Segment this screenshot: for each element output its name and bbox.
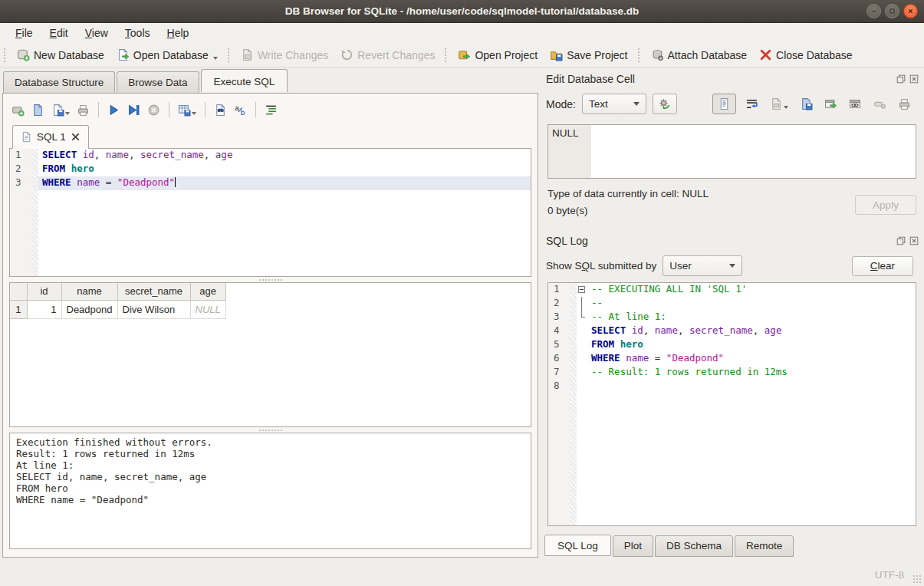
- menu-help[interactable]: Help: [159, 25, 197, 41]
- new-sql-tab-button[interactable]: [9, 101, 27, 119]
- set-null-icon: [873, 97, 886, 110]
- print-cell-button[interactable]: [896, 95, 913, 113]
- row-header[interactable]: 1: [10, 300, 27, 318]
- float-panel-icon[interactable]: [896, 74, 906, 84]
- column-header-secret_name[interactable]: secret_name: [117, 283, 190, 300]
- close-database-button[interactable]: Close Database: [753, 46, 859, 64]
- column-header-id[interactable]: id: [27, 283, 61, 300]
- results-message-splitter[interactable]: [9, 427, 531, 433]
- code-text: SELECT id, name, secret_name, age: [587, 324, 916, 338]
- dropdown-arrow-icon[interactable]: [192, 112, 196, 115]
- sql-editor-tab[interactable]: SQL 1: [12, 125, 89, 149]
- edit-cell-title: Edit Database Cell: [546, 73, 635, 85]
- dock-tab-remote[interactable]: Remote: [735, 535, 794, 557]
- close-tab-icon[interactable]: [71, 132, 81, 142]
- cell[interactable]: Deadpond: [61, 300, 117, 318]
- tab-browse-data[interactable]: Browse Data: [117, 71, 199, 94]
- execution-message-pane[interactable]: Execution finished without errors. Resul…: [9, 433, 531, 549]
- editor-results-splitter[interactable]: [9, 277, 531, 282]
- dropdown-arrow-icon[interactable]: [213, 57, 218, 60]
- open-database-button[interactable]: Open Database: [110, 46, 224, 64]
- code-line: 7-- Result: 1 rows returned in 12ms: [548, 366, 916, 380]
- code-text: FROM hero: [38, 163, 531, 176]
- code-text: WHERE name = "Deadpond": [38, 176, 531, 190]
- attach-database-button[interactable]: Attach Database: [645, 46, 754, 64]
- execute-all-button[interactable]: [105, 101, 123, 119]
- close-panel-icon[interactable]: [909, 235, 919, 246]
- close-button[interactable]: [903, 4, 918, 18]
- word-wrap-icon: [745, 97, 758, 110]
- dock-tab-db-schema[interactable]: DB Schema: [655, 535, 733, 557]
- print-sql-icon: [77, 104, 90, 117]
- fold-marker: [577, 324, 587, 338]
- auto-mode-button[interactable]: [653, 94, 677, 114]
- code-line: 3-- At line 1:: [548, 311, 916, 324]
- write-changes-icon: [241, 48, 254, 61]
- tab-execute-sql[interactable]: Execute SQL: [201, 69, 288, 92]
- minimize-button[interactable]: [866, 4, 881, 18]
- cell[interactable]: Dive Wilson: [117, 300, 190, 318]
- open-link-button[interactable]: [847, 95, 864, 113]
- column-header-age[interactable]: age: [190, 283, 225, 300]
- fold-marker: [577, 380, 587, 393]
- chevron-down-icon: [633, 102, 640, 106]
- resize-grip-icon[interactable]: [912, 574, 922, 584]
- dock-tab-sql-log[interactable]: SQL Log: [544, 535, 611, 556]
- right-dock: Edit Database Cell Mode: Text NULL Type …: [541, 67, 922, 563]
- print-sql-button[interactable]: [74, 101, 92, 119]
- dock-tab-plot[interactable]: Plot: [613, 535, 653, 557]
- menu-view[interactable]: View: [77, 25, 116, 41]
- fold-marker[interactable]: [577, 283, 587, 297]
- float-panel-icon[interactable]: [896, 235, 906, 246]
- word-wrap-button[interactable]: [743, 95, 761, 113]
- format-sql-button[interactable]: [262, 101, 280, 119]
- column-header-name[interactable]: name: [61, 283, 117, 300]
- line-number: 3: [548, 311, 570, 324]
- text-mode-button[interactable]: [712, 94, 736, 114]
- fold-marker: [577, 297, 587, 311]
- menu-tools[interactable]: Tools: [117, 25, 158, 41]
- maximize-button[interactable]: [885, 4, 899, 18]
- line-number: 4: [548, 324, 570, 338]
- fold-marker: [577, 338, 587, 352]
- title-bar: DB Browser for SQLite - /home/user/code/…: [0, 0, 924, 23]
- dropdown-arrow-icon[interactable]: [65, 112, 70, 115]
- cell[interactable]: NULL: [190, 300, 225, 318]
- save-sql-file-button[interactable]: [49, 101, 72, 119]
- menu-edit[interactable]: Edit: [42, 25, 76, 41]
- clear-log-button[interactable]: Clear: [852, 256, 913, 276]
- find-replace-button[interactable]: [212, 101, 229, 119]
- submitter-select[interactable]: User: [663, 255, 742, 276]
- open-project-button[interactable]: Open Project: [452, 46, 544, 64]
- open-sql-file-button[interactable]: [29, 101, 47, 119]
- export-data-button[interactable]: [797, 95, 815, 113]
- results-grid[interactable]: idnamesecret_nameage11DeadpondDive Wilso…: [9, 282, 531, 427]
- cell-value-editor[interactable]: NULL: [547, 124, 916, 179]
- import-data-icon: [770, 97, 783, 110]
- execute-current-line-button[interactable]: [125, 101, 143, 119]
- new-sql-tab-icon: [12, 104, 25, 117]
- toolbar-button-label: Attach Database: [668, 49, 748, 61]
- auto-complete-button[interactable]: ab: [232, 101, 249, 119]
- open-external-button[interactable]: [822, 95, 840, 113]
- code-line: 8: [548, 380, 916, 393]
- close-panel-icon[interactable]: [909, 74, 919, 84]
- mode-select[interactable]: Text: [582, 94, 646, 114]
- tab-database-structure[interactable]: Database Structure: [3, 71, 115, 94]
- corner-header[interactable]: [10, 283, 27, 300]
- text-mode-icon: [718, 97, 731, 110]
- table-row: 11DeadpondDive WilsonNULL: [10, 300, 225, 318]
- save-project-button[interactable]: Save Project: [544, 46, 633, 64]
- svg-text:a: a: [235, 104, 239, 112]
- open-database-icon: [117, 48, 130, 61]
- cell[interactable]: 1: [27, 300, 61, 318]
- code-line: 6WHERE name = "Deadpond": [548, 352, 916, 366]
- save-results-button[interactable]: [176, 101, 199, 119]
- sql-log-view[interactable]: 1-- EXECUTING ALL IN 'SQL 1'2--3-- At li…: [547, 282, 916, 526]
- toolbar-grip: [637, 48, 641, 63]
- menu-file[interactable]: File: [8, 25, 41, 41]
- sql-editor[interactable]: 1SELECT id, name, secret_name, age2FROM …: [9, 148, 531, 277]
- open-project-icon: [458, 48, 471, 61]
- code-line: 2FROM hero: [10, 163, 531, 176]
- new-database-button[interactable]: New Database: [11, 46, 110, 64]
